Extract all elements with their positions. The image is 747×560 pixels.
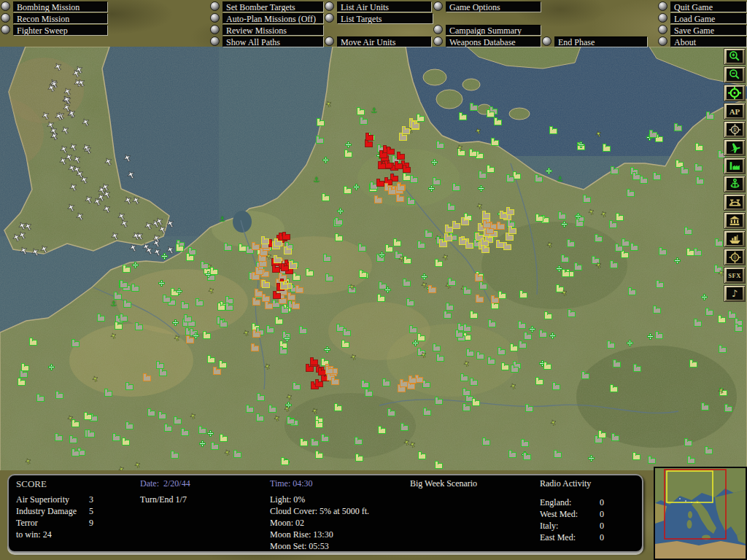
unit-marker-green-target-factory-icon[interactable] <box>171 453 179 459</box>
unit-marker-orange-target-factory-icon[interactable] <box>397 185 405 191</box>
unit-marker-green-target-factory-icon[interactable] <box>694 250 702 256</box>
unit-marker-white-aircraft-unit-icon[interactable] <box>131 195 142 206</box>
unit-marker-green-target-factory-light-icon[interactable] <box>334 405 342 411</box>
unit-marker-green-aircraft-icon[interactable] <box>285 393 293 401</box>
unit-marker-green-target-factory-icon[interactable] <box>325 276 333 281</box>
unit-marker-white-aircraft-unit-icon[interactable] <box>40 110 51 121</box>
unit-marker-green-target-factory-icon[interactable] <box>640 178 648 184</box>
unit-marker-green-target-factory-icon[interactable] <box>196 300 204 306</box>
center-target-button[interactable] <box>724 85 746 101</box>
unit-marker-red-target-factory-icon[interactable] <box>315 381 323 387</box>
unit-marker-airfield-cross-icon[interactable] <box>428 185 435 192</box>
unit-marker-yellow-target-factory-icon[interactable] <box>262 282 270 288</box>
unit-marker-orange-target-factory-icon[interactable] <box>186 338 194 343</box>
unit-marker-orange-target-factory-icon[interactable] <box>409 378 417 384</box>
unit-marker-green-target-factory-light-icon[interactable] <box>417 335 425 341</box>
unit-marker-green-target-factory-icon[interactable] <box>407 199 415 205</box>
unit-marker-orange-target-factory-icon[interactable] <box>325 368 333 374</box>
unit-marker-green-target-factory-icon[interactable] <box>525 406 533 412</box>
unit-marker-green-target-factory-light-icon[interactable] <box>616 215 624 221</box>
unit-marker-green-target-factory-icon[interactable] <box>448 280 456 286</box>
unit-marker-green-target-factory-light-icon[interactable] <box>718 317 726 323</box>
unit-marker-green-aircraft-icon[interactable] <box>325 100 333 108</box>
unit-marker-green-aircraft-icon[interactable] <box>207 287 215 295</box>
unit-marker-yellow-target-factory-icon[interactable] <box>503 244 511 250</box>
unit-marker-green-target-factory-light-icon[interactable] <box>417 116 425 122</box>
unit-marker-yellow-target-factory-icon[interactable] <box>274 257 282 263</box>
unit-marker-green-target-factory-icon[interactable] <box>120 316 128 322</box>
unit-marker-orange-target-factory-icon[interactable] <box>398 386 406 392</box>
unit-marker-green-target-factory-icon[interactable] <box>433 179 441 185</box>
unit-marker-green-target-factory-light-icon[interactable] <box>393 241 401 246</box>
unit-marker-orange-target-factory-icon[interactable] <box>279 298 287 304</box>
unit-marker-green-aircraft-icon[interactable] <box>509 382 517 390</box>
unit-marker-green-target-factory-icon[interactable] <box>335 219 343 225</box>
unit-marker-green-target-factory-light-icon[interactable] <box>519 292 527 298</box>
unit-marker-green-target-factory-light-icon[interactable] <box>689 362 697 368</box>
unit-marker-airfield-cross-icon[interactable] <box>199 440 206 447</box>
unit-marker-orange-target-factory-icon[interactable] <box>251 346 259 351</box>
unit-marker-airfield-cross-icon[interactable] <box>337 208 344 214</box>
menu-button-auto-plan-missions-off[interactable]: Auto-Plan Missions (Off) <box>222 13 323 23</box>
unit-marker-green-target-factory-icon[interactable] <box>648 458 656 464</box>
unit-marker-green-target-factory-light-icon[interactable] <box>435 463 443 469</box>
unit-marker-green-target-factory-icon[interactable] <box>674 125 682 131</box>
unit-marker-white-aircraft-unit-icon[interactable] <box>74 211 85 222</box>
unit-marker-green-target-factory-light-icon[interactable] <box>344 152 352 158</box>
unit-marker-orange-target-factory-icon[interactable] <box>252 300 260 306</box>
unit-marker-green-target-factory-light-icon[interactable] <box>470 313 478 319</box>
unit-marker-green-target-factory-icon[interactable] <box>55 435 63 441</box>
flak-filter-button[interactable]: 0 <box>724 249 746 265</box>
unit-marker-green-target-factory-icon[interactable] <box>656 282 664 288</box>
unit-marker-yellow-target-factory-icon[interactable] <box>280 284 288 289</box>
unit-marker-green-aircraft-icon[interactable] <box>349 353 357 361</box>
unit-marker-white-aircraft-unit-icon[interactable] <box>109 230 120 241</box>
unit-marker-green-target-factory-icon[interactable] <box>435 399 443 405</box>
unit-marker-green-target-factory-icon[interactable] <box>479 284 487 289</box>
menu-button-bombing-mission[interactable]: Bombing Mission <box>13 1 107 12</box>
unit-marker-orange-target-factory-icon[interactable] <box>213 369 221 375</box>
unit-marker-green-target-factory-icon[interactable] <box>460 376 468 381</box>
unit-marker-green-target-factory-icon[interactable] <box>463 326 471 332</box>
unit-marker-green-target-factory-icon[interactable] <box>558 214 566 219</box>
unit-marker-green-target-factory-icon[interactable] <box>423 410 431 416</box>
unit-marker-red-target-factory-icon[interactable] <box>310 359 318 365</box>
unit-marker-green-target-factory-light-icon[interactable] <box>315 422 323 428</box>
unit-marker-green-target-factory-icon[interactable] <box>519 343 527 349</box>
unit-marker-airfield-cross-icon[interactable] <box>132 262 139 268</box>
unit-marker-white-aircraft-unit-icon[interactable] <box>165 218 176 229</box>
unit-marker-yellow-target-factory-icon[interactable] <box>274 241 282 246</box>
unit-marker-green-target-factory-icon[interactable] <box>595 438 603 443</box>
unit-marker-orange-target-factory-icon[interactable] <box>252 332 260 338</box>
unit-marker-green-target-factory-light-icon[interactable] <box>322 195 330 201</box>
unit-marker-orange-target-factory-icon[interactable] <box>252 244 260 250</box>
unit-marker-green-target-factory-icon[interactable] <box>628 289 636 295</box>
unit-marker-green-target-factory-light-icon[interactable] <box>207 357 215 363</box>
unit-marker-green-target-factory-light-icon[interactable] <box>306 271 314 276</box>
unit-marker-yellow-target-factory-icon[interactable] <box>508 228 516 234</box>
unit-marker-green-target-factory-icon[interactable] <box>36 396 44 402</box>
unit-marker-green-target-factory-icon[interactable] <box>719 347 727 353</box>
unit-marker-green-target-factory-icon[interactable] <box>627 191 635 197</box>
unit-marker-green-target-factory-light-icon[interactable] <box>203 333 211 339</box>
unit-marker-green-target-factory-icon[interactable] <box>470 105 478 111</box>
unit-marker-green-target-factory-icon[interactable] <box>488 322 496 327</box>
unit-marker-green-target-factory-icon[interactable] <box>147 411 155 416</box>
unit-marker-green-aircraft-icon[interactable] <box>223 448 231 456</box>
unit-marker-green-target-factory-icon[interactable] <box>400 425 409 431</box>
unit-marker-green-target-factory-icon[interactable] <box>595 236 603 242</box>
unit-marker-green-target-factory-light-icon[interactable] <box>491 140 499 146</box>
unit-marker-port-anchor-icon[interactable]: ⚓ <box>557 176 563 183</box>
unit-marker-green-target-factory-icon[interactable] <box>706 114 714 120</box>
unit-marker-green-target-factory-icon[interactable] <box>705 448 713 454</box>
unit-marker-green-target-factory-light-icon[interactable] <box>21 365 29 371</box>
menu-button-end-phase[interactable]: End Phase <box>554 36 647 47</box>
unit-marker-green-target-factory-icon[interactable] <box>233 452 241 458</box>
unit-marker-green-target-factory-icon[interactable] <box>701 405 709 411</box>
unit-marker-green-target-factory-icon[interactable] <box>382 381 390 386</box>
unit-marker-green-target-factory-icon[interactable] <box>281 308 289 314</box>
unit-marker-green-target-factory-icon[interactable] <box>696 179 704 184</box>
unit-marker-white-aircraft-unit-icon[interactable] <box>68 182 79 192</box>
unit-marker-green-target-factory-icon[interactable] <box>181 430 189 436</box>
unit-marker-green-target-factory-icon[interactable] <box>360 119 368 125</box>
